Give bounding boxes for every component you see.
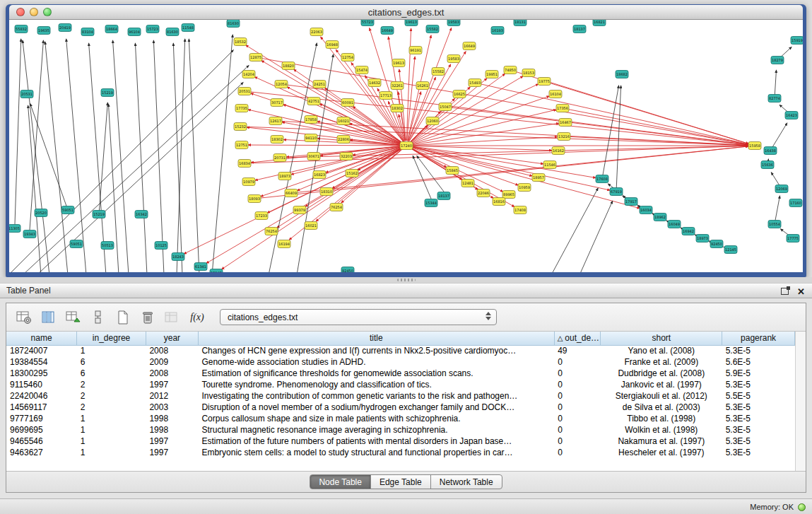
graph-edge[interactable]	[153, 40, 164, 272]
graph-node[interactable]: 10959	[518, 184, 531, 192]
graph-node[interactable]: 32203	[340, 153, 353, 160]
tab-node-table[interactable]: Node Table	[310, 474, 371, 489]
graph-node[interactable]: 16104	[549, 90, 562, 98]
graph-edge[interactable]	[37, 82, 243, 272]
graph-edge[interactable]	[551, 188, 598, 272]
graph-node[interactable]: 22806	[337, 136, 350, 144]
graph-node[interactable]: 20531	[20, 90, 33, 98]
graph-edge[interactable]	[15, 39, 21, 224]
graph-node[interactable]: 11305	[9, 225, 20, 233]
table-row[interactable]: 2242004622012Investigating the contribut…	[6, 390, 795, 402]
column-header-year[interactable]: year	[146, 332, 198, 345]
graph-node[interactable]: 17858	[305, 116, 317, 124]
graph-edge[interactable]	[775, 196, 780, 224]
graph-node[interactable]: 15845	[446, 167, 459, 175]
new-table-icon[interactable]	[114, 308, 132, 327]
graph-node[interactable]: 12145	[724, 246, 737, 254]
column-header-outde[interactable]: △out_de…	[554, 332, 601, 345]
graph-node[interactable]: 16342	[135, 211, 148, 218]
graph-node[interactable]: 50513	[101, 242, 114, 250]
graph-node[interactable]: 13216	[558, 133, 570, 141]
graph-node[interactable]: 16625	[453, 90, 466, 98]
graph-node[interactable]: 15919	[791, 37, 803, 45]
graph-node[interactable]: 16049	[668, 221, 681, 228]
graph-node[interactable]: 10554	[768, 221, 781, 228]
graph-node[interactable]: 16834	[238, 160, 251, 168]
panel-splitter[interactable]	[0, 277, 812, 283]
graph-edge[interactable]	[316, 148, 403, 221]
graph-node[interactable]: 15636	[761, 161, 774, 169]
graph-node[interactable]: 17408	[514, 206, 526, 214]
close-panel-icon[interactable]: ✕	[797, 287, 805, 296]
zoom-window-icon[interactable]	[43, 8, 52, 16]
graph-edge[interactable]	[480, 84, 748, 144]
graph-edge[interactable]	[411, 146, 610, 190]
graph-edge[interactable]	[248, 145, 401, 146]
graph-node[interactable]: 19613	[392, 59, 405, 67]
graph-node[interactable]: 15219	[93, 211, 105, 218]
graph-edge[interactable]	[411, 137, 558, 146]
table-row[interactable]: 946554611997Estimation of the future num…	[6, 436, 795, 447]
tab-network-table[interactable]: Network Table	[430, 474, 502, 489]
graph-node[interactable]: 59051	[61, 206, 74, 214]
graph-edge[interactable]	[9, 50, 233, 272]
table-row[interactable]: 1938455462009Genome-wide association stu…	[6, 356, 795, 368]
graph-node[interactable]: 12617	[269, 117, 282, 125]
graph-node[interactable]: 81630	[166, 28, 179, 36]
graph-edge[interactable]	[411, 147, 532, 176]
graph-node[interactable]: 16467	[559, 119, 572, 127]
graph-node[interactable]: 83104	[81, 28, 94, 36]
graph-node[interactable]: 12069	[775, 185, 788, 193]
graph-node[interactable]: 14204	[242, 71, 255, 78]
graph-node[interactable]: 67919	[610, 188, 623, 196]
graph-node[interactable]: 17608	[596, 175, 608, 183]
graph-node[interactable]: 30671	[307, 153, 320, 160]
graph-node[interactable]: 16261	[416, 82, 429, 90]
graph-node[interactable]: 15474	[355, 66, 368, 74]
graph-node[interactable]: 55723	[361, 20, 374, 26]
table-row[interactable]: 946362711997Embryonic stem cells: a mode…	[6, 447, 795, 458]
graph-node[interactable]: 18243	[172, 253, 184, 261]
column-header-title[interactable]: title	[198, 332, 554, 345]
graph-node[interactable]: 61341	[194, 263, 207, 271]
graph-node[interactable]: 18820	[282, 62, 295, 70]
graph-node[interactable]: 16021	[305, 222, 317, 230]
graph-node[interactable]: 76254	[265, 228, 278, 235]
graph-node[interactable]: 92450	[710, 240, 723, 248]
graph-node[interactable]: 12875	[249, 54, 262, 62]
minimize-window-icon[interactable]	[30, 8, 38, 16]
splitter-handle[interactable]	[397, 279, 416, 281]
memory-status-icon[interactable]	[798, 503, 806, 511]
graph-node[interactable]: 96104	[128, 28, 141, 36]
tab-edge-table[interactable]: Edge Table	[370, 474, 431, 489]
graph-node[interactable]: 16193	[491, 27, 504, 35]
graph-node[interactable]: 12145	[210, 269, 223, 273]
graph-node[interactable]: 18279	[771, 57, 784, 64]
graph-edge[interactable]	[189, 39, 199, 272]
graph-node[interactable]: 15344	[425, 199, 437, 207]
graph-edge[interactable]	[411, 146, 596, 177]
graph-edge[interactable]	[28, 105, 41, 272]
graph-node[interactable]: 82774	[768, 95, 781, 103]
graph-node[interactable]: 18153	[522, 69, 535, 77]
graph-node[interactable]: 60091	[341, 99, 354, 107]
graph-node[interactable]: 19583	[447, 55, 460, 63]
graph-node[interactable]: 18131	[514, 20, 526, 26]
graph-node[interactable]: 81630	[227, 20, 240, 28]
graph-node[interactable]: 16194	[278, 240, 290, 248]
table-row[interactable]: 1456911722003Disruption of a novel membe…	[6, 402, 795, 413]
graph-node[interactable]: 15047	[439, 103, 452, 111]
graph-node[interactable]: 18973	[696, 235, 709, 243]
graph-node[interactable]: 12060	[426, 117, 439, 125]
graph-node[interactable]: 16034	[640, 206, 652, 214]
graph-node[interactable]: 15582	[426, 25, 439, 33]
column-visibility-icon[interactable]	[40, 308, 58, 327]
network-graph[interactable]: 1724018532128751420420531177351523212751…	[9, 20, 803, 272]
graph-node[interactable]: 32261	[391, 82, 404, 90]
graph-node[interactable]: 15162	[346, 170, 358, 177]
graph-node[interactable]: 18137	[437, 192, 450, 200]
graph-node[interactable]: 16823	[313, 171, 326, 179]
graph-edge[interactable]	[417, 156, 444, 192]
graph-node[interactable]: 30717	[271, 99, 283, 107]
graph-node[interactable]: 17713	[379, 92, 392, 100]
